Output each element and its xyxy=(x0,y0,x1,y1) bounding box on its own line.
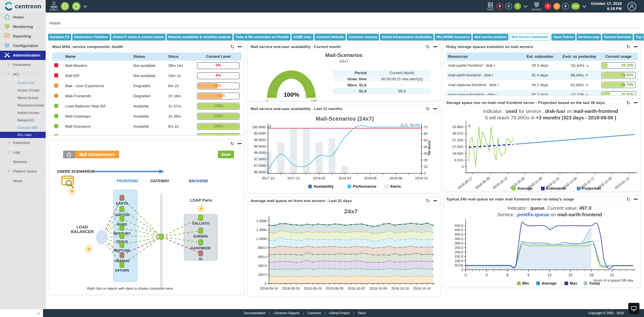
node-saturn[interactable] xyxy=(120,262,124,268)
minimize-icon[interactable] xyxy=(634,199,638,200)
minimize-icon[interactable] xyxy=(634,102,638,103)
sidebar-item-acl-rules[interactable]: ACL rules xyxy=(0,132,46,138)
services-badge-0[interactable]: 5 xyxy=(544,3,551,10)
footer-link-github-project[interactable]: Github Project xyxy=(329,311,350,315)
node-mercury[interactable] xyxy=(120,225,124,231)
refresh-icon[interactable]: ↻ xyxy=(426,44,430,49)
refresh-icon[interactable]: ↻ xyxy=(626,44,630,49)
footer-link-slack[interactable]: Slack xyxy=(358,311,366,315)
user-avatar[interactable] xyxy=(627,2,636,11)
hosts-badge-1[interactable]: 0 xyxy=(505,3,512,10)
tab-trafic-nb-connection-on-firewall[interactable]: Trafic & Nb connection on Firewall xyxy=(234,34,290,40)
hosts-status-group[interactable]: hosts 005 xyxy=(487,0,526,12)
services-badge-1[interactable]: 4 xyxy=(553,3,560,10)
refresh-icon[interactable]: ↻ xyxy=(626,100,630,105)
tab-mail-service-analysis[interactable]: Mail service analysis xyxy=(472,34,508,40)
infrastructure-breadcrumb[interactable]: Mail Infrastructure xyxy=(63,151,119,158)
fullscreen-icon[interactable] xyxy=(628,303,640,315)
sidebar-item-logs[interactable]: Logs xyxy=(0,148,46,157)
services-status-group[interactable]: services 540118 xyxy=(532,0,585,12)
sidebar-item-access-groups[interactable]: Access Groups xyxy=(0,87,46,94)
tab-network-availability-reliability-analysis[interactable]: Network availability & reliability analy… xyxy=(166,34,233,40)
services-badge-2[interactable]: 0 xyxy=(562,3,569,10)
sidebar-item-about[interactable]: About xyxy=(0,176,46,186)
minimize-icon[interactable] xyxy=(238,46,242,47)
sidebar-item-sessions[interactable]: Sessions xyxy=(0,157,46,167)
gauge-status-icon[interactable] xyxy=(72,2,81,11)
sidebar-item-monitoring[interactable]: Monitoring xyxy=(0,22,46,32)
tab-global-infrastructure-availability[interactable]: Global Infrastructure Availability xyxy=(380,34,434,40)
node-gallisto[interactable] xyxy=(198,215,203,221)
refresh-icon[interactable]: ↻ xyxy=(230,141,234,146)
services-badge-3[interactable]: 118 xyxy=(571,3,580,10)
tab-mail-service-dashboard[interactable]: Mail Service Dashboard xyxy=(509,34,550,40)
table-row[interactable]: mail-neptune-frontend - disk-/44.2 days8… xyxy=(446,80,638,90)
table-row[interactable]: mail-uranus-frontend - disk-/60.4 days-3… xyxy=(446,90,638,95)
save-button[interactable]: Save xyxy=(218,151,234,158)
tab-acme-corp-[interactable]: ACME corp. xyxy=(292,34,314,40)
minimize-icon[interactable] xyxy=(238,143,242,144)
table-row[interactable]: Mail-FrontendsDegraded1h 16m60% xyxy=(52,91,242,101)
refresh-icon[interactable]: ↻ xyxy=(626,197,630,202)
node-jupiter[interactable] xyxy=(120,206,124,212)
tab-tactical-overview[interactable]: Tactical Overview xyxy=(602,34,633,40)
footer-link-centreon-support[interactable]: Centreon Support xyxy=(274,311,300,315)
table-row[interactable]: Mail-MastersNot available28m 14s0% xyxy=(52,61,242,71)
load-balancer-node[interactable] xyxy=(96,230,107,245)
sidebar-item-actions-access[interactable]: Actions Access xyxy=(0,109,46,117)
sidebar-item-reporting[interactable]: Reporting xyxy=(0,32,46,41)
table-row[interactable]: mail-jupiter-frontend - disk-/29.3 days-… xyxy=(446,61,638,70)
table-row[interactable]: Mail-ScenariosAvailable8m 2s100% xyxy=(52,121,242,132)
minimize-icon[interactable] xyxy=(433,108,437,109)
sidebar-item-access-list[interactable]: Access List xyxy=(0,79,46,87)
hosts-badge-2[interactable]: 5 xyxy=(514,3,521,10)
table-row[interactable]: mail-earth-frontend - disk-/31.4 days88.… xyxy=(446,70,638,80)
sidebar-item-configuration[interactable]: Configuration xyxy=(0,41,46,51)
pollers-item[interactable]: pollers xyxy=(50,2,58,11)
footer-link-documentation[interactable]: Documentation xyxy=(244,311,266,315)
database-status-icon[interactable] xyxy=(60,2,70,11)
node-mars[interactable] xyxy=(120,216,124,222)
minimize-icon[interactable] xyxy=(433,46,437,47)
sidebar-item-menus-access[interactable]: Menus Access xyxy=(0,94,46,102)
footer-link-centreon[interactable]: Centreon xyxy=(308,311,321,315)
tab-global-it-status-current-events[interactable]: Global IT status & current events xyxy=(111,34,166,40)
tab-open-tickets[interactable]: Open Tickets xyxy=(552,34,576,40)
tab-top-10[interactable]: Top 10 xyxy=(634,34,644,40)
sidebar-item-acl[interactable]: ACL xyxy=(0,70,46,79)
sidebar-item-home[interactable]: Home xyxy=(0,12,46,22)
node-ganymede[interactable] xyxy=(198,239,203,246)
chevron-down-icon[interactable] xyxy=(582,4,586,8)
node-uranus[interactable] xyxy=(120,252,124,258)
table-row[interactable]: Mail-IDFNot available34m 2s0% xyxy=(52,71,242,81)
chevron-down-icon[interactable] xyxy=(524,4,528,8)
node-[interactable] xyxy=(159,234,164,240)
table-row[interactable]: Mail-GatewaysAvailable1h 38m100% xyxy=(52,111,242,121)
node-neptune[interactable] xyxy=(120,242,124,248)
node-earth[interactable] xyxy=(120,195,124,201)
refresh-icon[interactable]: ↻ xyxy=(426,198,430,203)
chevron-down-icon[interactable] xyxy=(83,4,87,8)
hosts-badge-0[interactable]: 0 xyxy=(496,3,503,10)
refresh-icon[interactable]: ↻ xyxy=(426,106,430,111)
breadcrumb[interactable]: Home xyxy=(49,21,61,25)
tab-database-fs[interactable]: Database FS xyxy=(48,34,71,40)
tab-datacenters-tem-hum[interactable]: Datacenters Tem/Hum xyxy=(72,34,110,40)
tab-services-map[interactable]: Services map xyxy=(576,34,601,40)
sidebar-item-platform-status[interactable]: Platform Status xyxy=(0,167,46,176)
sidebar-item-administration[interactable]: Administration xyxy=(0,51,46,60)
tab-customer-journey[interactable]: Customer Journey xyxy=(347,34,379,40)
tab-hillmore-insurance[interactable]: HILLMORE Insurance xyxy=(434,34,472,40)
refresh-icon[interactable]: ↻ xyxy=(230,44,234,49)
sidebar-collapse-button[interactable]: « xyxy=(0,309,46,317)
sidebar-item-resources-access[interactable]: Resources Access xyxy=(0,102,46,109)
table-row[interactable]: Mail - User ExperienceDegraded8m 2s50% xyxy=(52,81,242,91)
centreon-logo[interactable]: centreon xyxy=(0,0,46,12)
node-venus[interactable] xyxy=(120,233,124,239)
table-row[interactable]: Load-Balancer-Mail-IDFAvailable1h 57m100… xyxy=(52,101,242,111)
tab-centreon-website[interactable]: Centreon Website xyxy=(314,34,346,40)
minimize-icon[interactable] xyxy=(433,200,437,201)
node-europa[interactable] xyxy=(198,228,203,234)
sidebar-item-parameters[interactable]: Parameters xyxy=(0,60,46,70)
poller-menu[interactable]: pollers xyxy=(50,0,86,12)
